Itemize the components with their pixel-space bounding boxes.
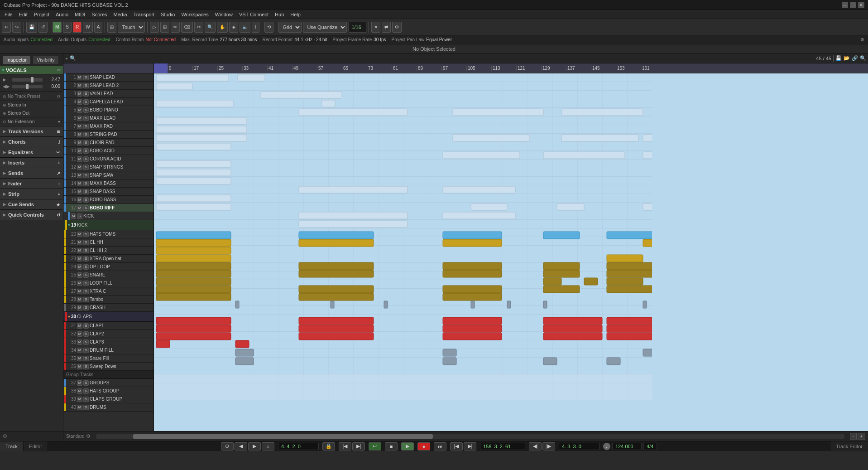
menu-hub[interactable]: Hub: [272, 11, 287, 18]
search-icon-2[interactable]: 🔍: [860, 55, 866, 61]
settings-button[interactable]: ⚙: [392, 22, 402, 33]
mute-button[interactable]: M: [77, 364, 82, 369]
equalizers-header[interactable]: ▶ Equalizers 〰: [0, 147, 63, 157]
auto-button[interactable]: A: [94, 22, 103, 33]
transport-left-button[interactable]: ◀: [235, 442, 247, 451]
mute-button[interactable]: M: [77, 232, 82, 237]
snap-right[interactable]: ▶|: [464, 442, 476, 451]
menu-vstconnect[interactable]: VST Connect: [236, 11, 271, 18]
solo-button[interactable]: S: [83, 205, 89, 211]
solo-button[interactable]: S: [83, 83, 89, 88]
solo-button[interactable]: S: [83, 364, 89, 369]
solo-button[interactable]: S: [83, 305, 89, 310]
snap-left[interactable]: |◀: [450, 442, 463, 451]
mute-button[interactable]: M: [77, 305, 82, 310]
transport-cycle-button[interactable]: ⊙: [221, 442, 234, 451]
solo-button[interactable]: S: [83, 297, 89, 302]
menu-audio[interactable]: Audio: [53, 11, 71, 18]
tool10[interactable]: ⌇: [252, 22, 259, 33]
track-content-area[interactable]: 9 17 25 33 41 49 57 65 73 81 89 97 105 1…: [154, 63, 868, 431]
solo-button[interactable]: S: [83, 132, 89, 137]
settings-icon-status[interactable]: ⚙: [860, 37, 864, 42]
solo-button[interactable]: S: [83, 197, 89, 203]
preset-refresh-icon[interactable]: ↺: [57, 94, 60, 99]
tool6[interactable]: 🔍: [205, 22, 216, 33]
solo-button[interactable]: S: [83, 148, 89, 154]
transport-right-button[interactable]: ▶: [248, 442, 261, 451]
menu-edit[interactable]: Edit: [16, 11, 30, 18]
solo-button[interactable]: S: [77, 213, 82, 219]
mute-button[interactable]: M: [77, 397, 82, 402]
menu-project[interactable]: Project: [31, 11, 52, 18]
maximize-button[interactable]: □: [850, 2, 856, 8]
touch-mode-select[interactable]: Touch: [118, 22, 145, 33]
zoom-out-button[interactable]: -: [850, 433, 857, 440]
punch-out-button[interactable]: |▶: [542, 442, 555, 451]
solo-button[interactable]: S: [83, 99, 89, 105]
mute-button[interactable]: M: [77, 156, 82, 162]
solo-button[interactable]: S: [83, 256, 89, 262]
loop-mode-button[interactable]: ↩: [369, 442, 381, 451]
mute-button[interactable]: M: [77, 405, 82, 410]
mute-button[interactable]: M: [77, 181, 82, 186]
mute-button[interactable]: M: [77, 83, 82, 88]
solo-button[interactable]: S: [83, 339, 89, 345]
volume-handle[interactable]: [31, 77, 34, 82]
solo-button[interactable]: S: [83, 156, 89, 162]
solo-button[interactable]: S: [83, 165, 89, 170]
loop-button[interactable]: ⟲: [264, 22, 273, 33]
mute-button[interactable]: M: [77, 272, 82, 278]
solo-button[interactable]: S: [83, 272, 89, 278]
quantize-select[interactable]: Use Quantize: [303, 22, 347, 33]
marker-right-button[interactable]: ▶|: [352, 442, 365, 451]
add-track-icon[interactable]: +: [65, 56, 68, 61]
solo-button[interactable]: S: [83, 264, 89, 270]
strip-header[interactable]: ▶ Strip +: [0, 189, 63, 199]
grid-select[interactable]: Grid: [278, 22, 302, 33]
load-icon[interactable]: 📂: [844, 55, 850, 61]
visibility-tab[interactable]: Visibility: [33, 56, 58, 64]
punch-in-button[interactable]: ◀|: [529, 442, 542, 451]
solo-button[interactable]: S: [83, 356, 89, 361]
mute-button[interactable]: M: [77, 323, 82, 329]
solo-button[interactable]: S: [83, 405, 89, 410]
solo-button[interactable]: S: [83, 348, 89, 353]
solo-button[interactable]: S: [83, 232, 89, 237]
mute-button[interactable]: M: [77, 339, 82, 345]
stop-button[interactable]: ■: [385, 442, 398, 451]
menu-file[interactable]: File: [2, 11, 15, 18]
mute-button[interactable]: M: [77, 348, 82, 353]
track-versions-header[interactable]: ▶ Track Versions ≋: [0, 126, 63, 136]
mute-button[interactable]: M: [77, 289, 82, 294]
track-tab[interactable]: Track: [0, 441, 24, 451]
inserts-header[interactable]: ▶ Inserts +: [0, 158, 63, 168]
record-button[interactable]: R: [73, 22, 82, 33]
bottom-settings-icon[interactable]: ⚙: [86, 433, 91, 439]
solo-button[interactable]: S: [83, 323, 89, 329]
search-track-icon[interactable]: 🔍: [70, 55, 76, 61]
solo-button[interactable]: S: [83, 181, 89, 186]
snap-button[interactable]: ⊞: [107, 22, 116, 33]
mute-button[interactable]: M: [71, 213, 76, 219]
redo-button[interactable]: ↪: [12, 22, 21, 33]
mute-button[interactable]: M: [77, 132, 82, 137]
solo-button[interactable]: S: [83, 107, 89, 113]
sync-button[interactable]: ⇄: [382, 22, 391, 33]
mute-button[interactable]: M: [77, 205, 82, 211]
sends-header[interactable]: ▶ Sends ↗: [0, 168, 63, 178]
solo-button[interactable]: S: [83, 91, 89, 97]
save-icon[interactable]: 💾: [835, 55, 842, 61]
pan-fader[interactable]: [12, 85, 43, 88]
menu-scores[interactable]: Scores: [89, 11, 110, 18]
mute-button[interactable]: M: [77, 240, 82, 245]
cue-sends-header[interactable]: ▶ Cue Sends ★: [0, 199, 63, 209]
inspector-tab[interactable]: Inspector: [3, 56, 30, 64]
mute-button[interactable]: M: [77, 107, 82, 113]
vocals-edit-icon[interactable]: ✏: [57, 67, 61, 73]
transport-mode-button[interactable]: ○: [262, 442, 274, 451]
menu-transport[interactable]: Transport: [131, 11, 158, 18]
tool9[interactable]: 🔈: [240, 22, 250, 33]
link-icon[interactable]: 🔗: [852, 55, 858, 61]
mute-button[interactable]: M: [77, 388, 82, 394]
write-button[interactable]: W: [83, 22, 92, 33]
